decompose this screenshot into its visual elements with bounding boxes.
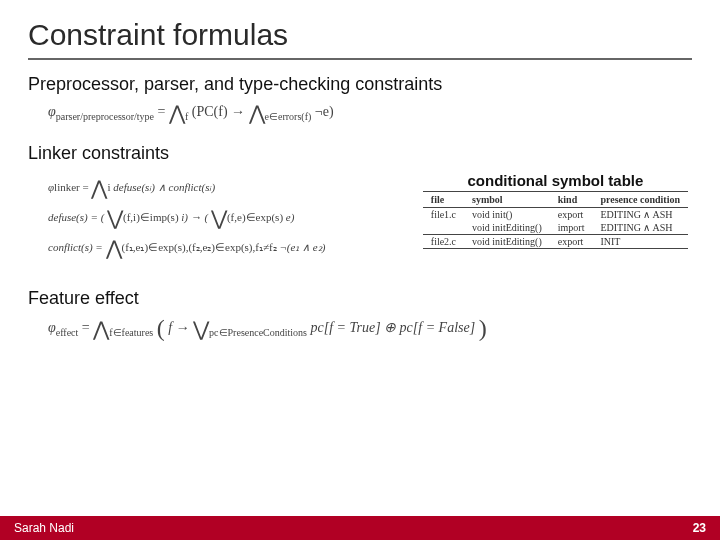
table-row: void initEditing() import EDITING ∧ ASH: [423, 221, 688, 235]
bigvee-icon: ⋁: [211, 208, 227, 228]
defuse-sub1: (f,i)∈imp(s): [123, 211, 179, 223]
cell-kind: export: [550, 235, 593, 249]
effect-body-a: f →: [168, 320, 193, 335]
table-row: file1.c void init() export EDITING ∧ ASH: [423, 208, 688, 222]
inner-wedge-sub: e∈errors(f): [265, 111, 312, 122]
phi-ppt-subscript: parser/preprocessor/type: [56, 111, 154, 122]
table-header-row: file symbol kind presence condition: [423, 192, 688, 208]
cell-symbol: void init(): [464, 208, 550, 222]
footer-author: Sarah Nadi: [14, 521, 74, 535]
slide-title: Constraint formulas: [28, 18, 692, 52]
effect-body-b: pc[f = True] ⊕ pc[f = False]: [310, 320, 475, 335]
section-pp-parser-type: Preprocessor, parser, and type-checking …: [28, 74, 692, 95]
col-symbol: symbol: [464, 192, 550, 208]
cell-symbol: void initEditing(): [464, 235, 550, 249]
linker-wedge-sub: i: [107, 181, 110, 193]
defuse-mid: i) → (: [181, 211, 208, 223]
phi-effect-subscript: effect: [56, 327, 79, 338]
defuse-end: e): [286, 211, 295, 223]
slide-footer: Sarah Nadi 23: [0, 516, 720, 540]
phi-symbol: φ: [48, 320, 56, 335]
formula-ppt: φparser/preprocessor/type = ⋀f (PC(f) → …: [48, 103, 692, 123]
bigvee-icon: ⋁: [193, 319, 209, 339]
title-rule: [28, 58, 692, 60]
col-file: file: [423, 192, 464, 208]
slide: Constraint formulas Preprocessor, parser…: [0, 0, 720, 540]
cell-pc: INIT: [592, 235, 688, 249]
bigwedge-icon: ⋀: [249, 103, 265, 123]
section-linker: Linker constraints: [28, 143, 692, 164]
ppt-body-a: (PC(f) →: [192, 104, 249, 119]
bigwedge-icon: ⋀: [93, 319, 109, 339]
bigwedge-icon: ⋀: [106, 238, 122, 258]
formula-linker: φlinker = ⋀i defuse(sᵢ) ∧ conflict(sᵢ): [48, 178, 325, 198]
linker-block: φlinker = ⋀i defuse(sᵢ) ∧ conflict(sᵢ) d…: [28, 172, 692, 268]
effect-inner-sub: pc∈PresenceConditions: [209, 327, 307, 338]
bigvee-icon: ⋁: [107, 208, 123, 228]
formula-conflict: conflict(s) = ⋀(f₁,e₁)∈exp(s),(f₂,e₂)∈ex…: [48, 238, 325, 258]
footer-page: 23: [693, 521, 706, 535]
symbol-table: file symbol kind presence condition file…: [423, 191, 688, 249]
cell-file: file1.c: [423, 208, 464, 222]
cell-pc: EDITING ∧ ASH: [592, 221, 688, 235]
bigwedge-icon: ⋀: [169, 103, 185, 123]
col-pc: presence condition: [592, 192, 688, 208]
cell-kind: import: [550, 221, 593, 235]
cell-file: file2.c: [423, 235, 464, 249]
conflict-sub: (f₁,e₁)∈exp(s),(f₂,e₂)∈exp(s),f₁≠f₂: [122, 241, 277, 253]
lparen-icon: (: [157, 316, 165, 340]
outer-wedge-sub: f: [185, 111, 188, 122]
conflict-lhs: conflict(s) =: [48, 241, 106, 253]
linker-rhs: defuse(sᵢ) ∧ conflict(sᵢ): [113, 181, 215, 193]
formula-effect: φeffect = ⋀f∈features ( f → ⋁pc∈Presence…: [48, 317, 692, 341]
formula-defuse: defuse(s) = ( ⋁(f,i)∈imp(s) i) → ( ⋁(f,e…: [48, 208, 325, 228]
ppt-body-b: ¬e): [315, 104, 334, 119]
phi-symbol: φ: [48, 104, 56, 119]
rparen-icon: ): [479, 316, 487, 340]
bigwedge-icon: ⋀: [91, 178, 107, 198]
table-row: file2.c void initEditing() export INIT: [423, 235, 688, 249]
symbol-table-wrap: conditional symbol table file symbol kin…: [423, 172, 688, 249]
conflict-rhs: ¬(e₁ ∧ e₂): [279, 241, 325, 253]
defuse-lhs: defuse(s) = (: [48, 211, 104, 223]
cell-file: [423, 221, 464, 235]
defuse-sub2: (f,e)∈exp(s): [227, 211, 283, 223]
cell-symbol: void initEditing(): [464, 221, 550, 235]
cell-kind: export: [550, 208, 593, 222]
linker-formulas: φlinker = ⋀i defuse(sᵢ) ∧ conflict(sᵢ) d…: [28, 172, 325, 268]
effect-outer-sub: f∈features: [109, 327, 153, 338]
section-feature-effect: Feature effect: [28, 288, 692, 309]
cell-pc: EDITING ∧ ASH: [592, 208, 688, 222]
col-kind: kind: [550, 192, 593, 208]
phi-linker-subscript: linker: [54, 181, 80, 193]
table-caption: conditional symbol table: [423, 172, 688, 189]
